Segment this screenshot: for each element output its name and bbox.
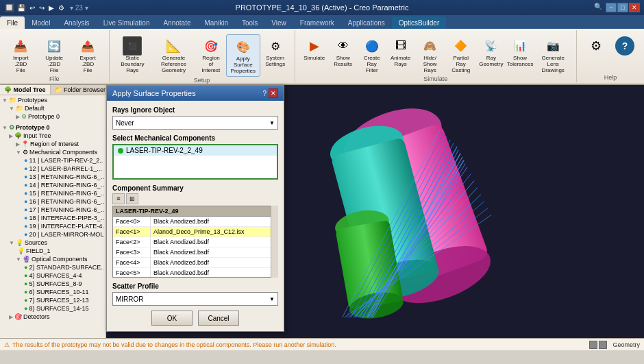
create-ray-filter-button[interactable]: 🔵 CreateRay Filter [358, 34, 386, 75]
tab-tools[interactable]: Tools [235, 16, 264, 29]
generate-reference-button[interactable]: 📐 Generate ReferenceGeometry [151, 34, 196, 77]
table-row-face1[interactable]: Face<1> Alanod_Deco_Prime_13_C12.isx [113, 227, 277, 237]
animate-rays-button[interactable]: 🎞 AnimateRays [387, 34, 414, 75]
ok-button[interactable]: OK [151, 311, 193, 326]
maximize-btn[interactable]: □ [617, 3, 628, 12]
tree-item-roi[interactable]: ▶📍Region of Interest [1, 140, 105, 148]
tree-item-ring-13[interactable]: ●13 | RETAINING-RING-6_... [1, 173, 103, 181]
tree-item-surf-8[interactable]: ●8) SURFACES_14-15 [1, 304, 105, 313]
model-tree-tab[interactable]: 🌳 Model Tree [0, 85, 51, 95]
tree-item-detectors[interactable]: ▶🎯Detectors [1, 313, 105, 321]
tree-item-surf-7[interactable]: ●7) SURFACES_12-13 [1, 296, 105, 304]
mechanical-label: Mechanical Components [29, 149, 97, 156]
show-results-button[interactable]: 👁 ShowResults [330, 34, 357, 75]
export-zbd-button[interactable]: 📤 Export .ZBDFile [73, 34, 103, 75]
close-btn[interactable]: ✕ [629, 3, 640, 12]
help-settings-icon: ⚙ [586, 36, 606, 56]
title-bar-text: PROTOTYPE_14_10_36 (Active) - Creo Param… [236, 3, 409, 12]
laser-tip-component-item[interactable]: LASER-TIP-REV-2_2_49 [114, 145, 277, 156]
tree-item-mirror-20[interactable]: ●20 | LASER-MIRROR-MOU... [1, 230, 103, 239]
tree-item-ring-15[interactable]: ●15 | RETAINING-RING-6_... [1, 189, 103, 197]
status-bar: ⚠ The results of the prototype may not b… [0, 338, 644, 350]
tab-annotate[interactable]: Annotate [156, 16, 197, 29]
tab-view[interactable]: View [264, 16, 293, 29]
import-zbd-button[interactable]: 📥 Import .ZBDFile [5, 34, 36, 75]
quick-settings[interactable]: ⚙ [57, 4, 66, 12]
scatter-profile-label: Scatter Profile [112, 282, 278, 290]
tree-item-surf-5[interactable]: ●5) SURFACES_8-9 [1, 280, 105, 288]
tree-item-surf-4[interactable]: ●4) SURFACES_4-4 [1, 271, 105, 280]
partial-ray-casting-button[interactable]: 🔶 PartialRay Casting [446, 34, 476, 75]
tree-item-std-surface[interactable]: ●2) STANDARD-SURFACE... [1, 263, 103, 271]
cancel-button[interactable]: Cancel [198, 311, 239, 326]
tab-model[interactable]: Model [25, 16, 57, 29]
status-dot-1 [589, 341, 597, 349]
hide-show-rays-button[interactable]: 🙈 Hide/Show Rays [416, 34, 445, 75]
ray-geometry-button[interactable]: 📡 RayGeometry [478, 34, 505, 75]
update-zbd-button[interactable]: 🔄 Update .ZBDFile [38, 34, 71, 75]
surf-7-label: 7) SURFACES_12-13 [29, 297, 88, 304]
folder-browser-tab[interactable]: 📁 Folder Browser [51, 85, 106, 95]
tree-item-mechanical[interactable]: ▼⚙Mechanical Components [1, 148, 105, 156]
tree-item-optical[interactable]: ▼🔮Optical Components [1, 255, 105, 263]
tab-applications[interactable]: Applications [341, 16, 392, 29]
apply-surface-props-button[interactable]: 🎨 Apply SurfaceProperties [226, 34, 260, 77]
dialog-titlebar[interactable]: Apply Surface Properties ? ✕ [107, 86, 284, 101]
summary-toolbar-btn1[interactable]: ≡ [112, 193, 125, 204]
tab-live-simulation[interactable]: Live Simulation [97, 16, 157, 29]
tree-item-default[interactable]: ▼📁Default [1, 104, 105, 112]
generate-lens-drawings-button[interactable]: 📷 Generate LensDrawings [535, 34, 571, 75]
lens-drawings-icon: 📷 [543, 36, 562, 56]
simulate-group-label: Simulate [423, 75, 447, 82]
sources-label: Sources [25, 239, 47, 246]
minimize-btn[interactable]: − [606, 3, 617, 12]
help-button[interactable]: ? [611, 34, 639, 58]
static-boundary-rays-button[interactable]: ⬛ StaticBoundary Rays [115, 34, 150, 77]
search-btn[interactable]: 🔍 [591, 3, 605, 12]
tree-item-sources[interactable]: ▼💡Sources [1, 239, 105, 247]
tab-manikin[interactable]: Manikin [197, 16, 234, 29]
table-row-face3[interactable]: Face<3> Black Anodized.bsdf [113, 247, 277, 258]
table-row-face4[interactable]: Face<4> Black Anodized.bsdf [113, 258, 277, 268]
dialog-help[interactable]: ? [262, 90, 267, 97]
tab-file[interactable]: File [0, 16, 25, 29]
summary-toolbar-btn2[interactable]: ⊞ [126, 193, 138, 204]
tree-item-prototype0-sub[interactable]: ▶⚙Prototype 0 [1, 112, 105, 121]
quick-play[interactable]: ▶ [47, 4, 55, 12]
simulate-button[interactable]: ▶ Simulate [301, 34, 328, 75]
tree-item-prototype0-main[interactable]: ▼⚙Prototype 0 [1, 123, 105, 132]
tree-item-input-tree[interactable]: ▶🌳Input Tree [1, 132, 105, 140]
tree-item-plate-19[interactable]: ●19 | INTERFACE-PLATE-4... [1, 222, 103, 230]
show-tolerances-button[interactable]: 📊 ShowTolerances [506, 34, 534, 75]
import-icon: 📥 [11, 36, 30, 56]
tree-item-surf-6[interactable]: ●6) SURFACES_10-11 [1, 288, 105, 296]
quick-save[interactable]: 💾 [16, 4, 27, 12]
tab-analysis[interactable]: Analysis [57, 16, 96, 29]
dialog-close-btn[interactable]: ✕ [269, 88, 278, 98]
rays-ignore-label: Rays Ignore Object [112, 106, 278, 114]
tree-item-pipe-18[interactable]: ●18 | INTERFACE-PIPE-3_... [1, 214, 103, 222]
region-of-interest-button[interactable]: 🎯 Region ofInterest [197, 34, 225, 77]
table-row-face0[interactable]: Face<0> Black Anodized.bsdf [113, 217, 277, 227]
tree-item-prototypes[interactable]: ▼📁Prototypes [1, 96, 105, 104]
quick-redo[interactable]: ↪ [38, 4, 46, 12]
system-settings-button[interactable]: ⚙ SystemSettings [262, 34, 289, 77]
scatter-profile-dropdown[interactable]: MIRROR ▼ [112, 292, 278, 306]
help-icon: ? [615, 36, 634, 56]
rays-ignore-dropdown[interactable]: Never ▼ [112, 116, 278, 130]
detectors-label: Detectors [23, 313, 50, 320]
table-row-face2[interactable]: Face<2> Black Anodized.bsdf [113, 237, 277, 247]
tree-item-ring-17[interactable]: ●17 | RETAINING-RING-6_... [1, 206, 103, 214]
tree-item-laser-tip[interactable]: ●11 | LASER-TIP-REV-2_2... [1, 156, 103, 165]
tree-item-laser-barrel[interactable]: ●12 | LASER-BARREL-1_... [1, 165, 103, 173]
tree-item-ring-16[interactable]: ●16 | RETAINING-RING-6_... [1, 197, 103, 206]
help-settings-button[interactable]: ⚙ [582, 34, 610, 58]
tree-item-field1[interactable]: 💡FIELD_1 [1, 247, 105, 255]
tab-framework[interactable]: Framework [293, 16, 341, 29]
tree-item-ring-14[interactable]: ●14 | RETAINING-RING-6_... [1, 181, 103, 189]
table-row-face5[interactable]: Face<5> Black Anodized.bsdf [113, 268, 277, 277]
quick-undo[interactable]: ↩ [28, 4, 36, 12]
tab-optics-builder[interactable]: OpticsBuilder [392, 16, 446, 29]
ray-geometry-icon: 📡 [482, 36, 501, 56]
components-listbox[interactable]: LASER-TIP-REV-2_2_49 [112, 144, 278, 180]
